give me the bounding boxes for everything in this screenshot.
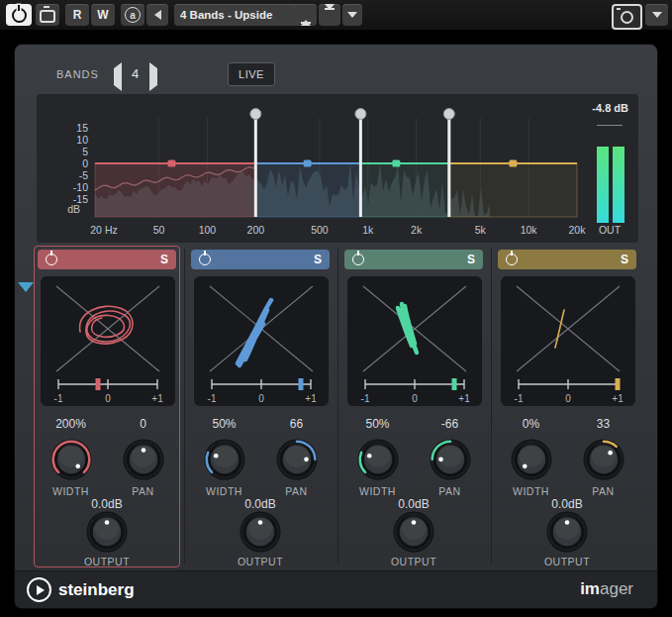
preset-menu-button[interactable] [342,4,362,26]
width-label: WIDTH [188,485,260,497]
db-tick-label: 0 [48,157,88,169]
collapse-panel-arrow[interactable] [18,282,34,292]
output-knob[interactable] [238,509,283,559]
vectorscope: -10+1 [41,276,175,406]
freq-tick-label: 200 [247,224,265,236]
output-knob[interactable] [84,509,130,559]
band-1-region[interactable] [95,163,255,217]
pan-knob[interactable] [260,437,333,482]
band-1-panel[interactable]: S -10+1 200%0 WIDTHPAN 0.0dB OUTPUT [34,246,180,567]
arrow-left-icon [154,10,161,20]
correlation-axis-label: 0 [258,393,264,404]
solo-button[interactable]: S [621,254,628,265]
live-mode-button[interactable]: LIVE [228,62,275,86]
arrow-left-icon [114,62,122,91]
pan-value: 0 [107,417,179,431]
crossover-3-handle[interactable] [443,109,454,120]
crossover-1-handle[interactable] [250,109,261,120]
freq-tick-label: 50 [153,224,165,236]
correlation-axis-label: 0 [105,393,111,404]
pan-value: 66 [260,417,333,431]
band-2-gain-handle[interactable] [304,160,312,167]
preset-name-field[interactable]: 4 Bands - Upside [174,4,303,26]
band-4-header[interactable]: S [498,250,636,269]
solo-button[interactable]: S [467,254,475,265]
correlation-axis-label: -1 [208,393,217,404]
pan-knob[interactable] [414,437,486,482]
band-2-region[interactable] [255,163,360,217]
imager-plugin-window: BANDS 4 LIVE -4.8 dB OUT 151050-5-10-15d… [14,44,658,609]
power-icon[interactable] [199,254,211,265]
band-4-gain-handle[interactable] [509,160,517,167]
snapshot-button[interactable] [612,4,642,30]
crossover-2-handle[interactable] [355,109,366,120]
width-value: 200% [35,417,107,431]
switch-ab-button[interactable]: a [121,4,144,26]
band-2-header[interactable]: S [191,250,330,269]
out-label: OUT [595,224,624,236]
correlation-marker [299,378,304,390]
copy-ab-button[interactable] [146,4,168,26]
band-3-header[interactable]: S [344,250,483,269]
output-knob[interactable] [391,509,436,559]
arrow-right-icon [149,62,157,91]
chevron-down-icon [652,12,662,18]
power-icon [12,8,27,23]
scope-trace [80,306,133,344]
pan-label: PAN [260,485,333,497]
spectrum-display[interactable]: -4.8 dB OUT 151050-5-10-15dB20 Hz5010020… [37,94,638,243]
solo-button[interactable]: S [314,254,322,265]
pan-knob[interactable] [567,437,639,482]
power-icon[interactable] [46,254,57,265]
solo-button[interactable]: S [160,254,168,265]
output-label: OUTPUT [495,556,639,567]
freq-tick-label: 10k [521,224,537,236]
previous-preset-button[interactable] [295,4,317,26]
output-label: OUTPUT [188,556,333,567]
power-icon[interactable] [506,254,518,265]
width-knob[interactable] [188,437,260,482]
bypass-button[interactable] [36,4,59,26]
width-knob[interactable] [35,437,107,482]
bands-decrease-button[interactable] [114,68,122,86]
width-label: WIDTH [495,485,567,497]
camera-icon [621,11,633,24]
read-automation-button[interactable]: R [65,4,89,26]
band-4-panel[interactable]: S -10+1 0%33 WIDTHPAN 0.0dB OUTPUT [494,246,640,567]
width-value: 50% [188,417,260,431]
correlation-axis-label: +1 [305,393,317,404]
band-4-region[interactable] [449,163,577,217]
band-3-region[interactable] [360,163,448,217]
freq-tick-label: 1k [362,224,373,236]
db-tick-label: 15 [48,122,88,134]
power-icon[interactable] [352,254,364,265]
a-setting-icon: a [125,7,141,23]
width-label: WIDTH [341,485,414,497]
band-1-gain-handle[interactable] [167,160,175,167]
host-toolbar: R W a 4 Bands - Upside [0,0,672,31]
vectorscope: -10+1 [347,276,482,406]
width-value: 50% [341,417,414,431]
bands-area: S -10+1 200%0 WIDTHPAN 0.0dB OUTPUT S -1… [34,246,640,567]
window-menu-button[interactable] [645,4,668,26]
width-knob[interactable] [495,437,567,482]
write-automation-button[interactable]: W [91,4,115,26]
band-1-header[interactable]: S [38,250,176,269]
output-knob[interactable] [544,509,590,559]
band-2-panel[interactable]: S -10+1 50%66 WIDTHPAN 0.0dB OUTPUT [187,246,334,567]
bands-increase-button[interactable] [149,68,157,86]
arrow-down-icon [325,6,335,24]
width-label: WIDTH [35,485,107,497]
next-preset-button[interactable] [319,4,340,26]
width-knob[interactable] [341,437,414,482]
freq-tick-label: 2k [411,224,422,236]
output-label: OUTPUT [341,556,486,567]
freq-tick-label: 500 [311,224,329,236]
correlation-marker [96,378,101,390]
band-3-gain-handle[interactable] [392,160,400,167]
brand-name: steinberg [58,580,135,600]
band-3-panel[interactable]: S -10+1 50%-66 WIDTHPAN 0.0dB OUTPUT [340,246,487,567]
db-tick-label: 10 [48,134,88,146]
plugin-power-button[interactable] [6,4,32,26]
pan-knob[interactable] [107,437,179,482]
